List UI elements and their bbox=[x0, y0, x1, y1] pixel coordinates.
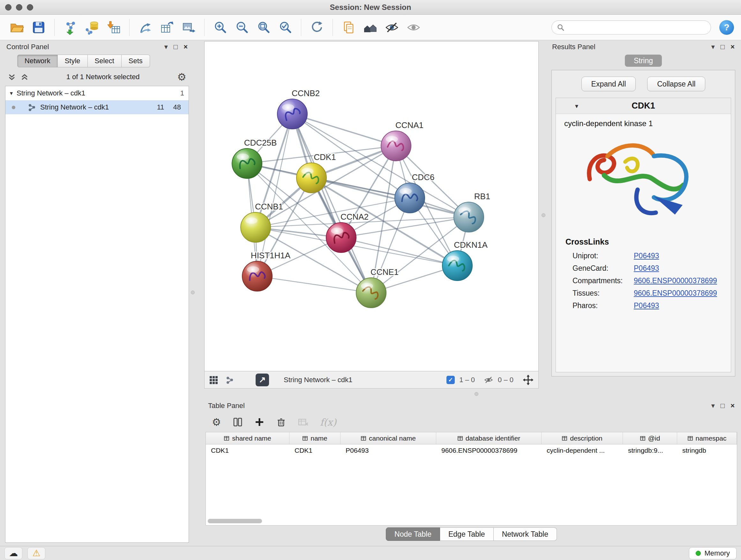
add-column-icon[interactable] bbox=[254, 417, 265, 427]
table-row[interactable]: CDK1 CDK1 P06493 9606.ENSP00000378699 cy… bbox=[206, 444, 737, 456]
toolbar-separator bbox=[301, 19, 301, 36]
network-canvas[interactable]: CCNB2CCNA1CDC25BCDK1CDC6RB1CCNB1CCNA2CDK… bbox=[204, 41, 539, 371]
tab-style[interactable]: Style bbox=[58, 55, 88, 67]
edge-CCNB2-CCNA1[interactable] bbox=[292, 114, 396, 146]
horizontal-scrollbar-thumb[interactable] bbox=[208, 519, 262, 523]
node-gloss bbox=[459, 207, 471, 213]
float-panel-icon[interactable]: ▾ bbox=[711, 44, 715, 51]
search-box[interactable] bbox=[551, 20, 711, 35]
splitter-handle[interactable] bbox=[542, 213, 545, 217]
table-settings-gear-icon[interactable]: ⚙ bbox=[212, 417, 221, 427]
node-label-CCNE1: CCNE1 bbox=[370, 267, 399, 277]
pan-move-icon[interactable] bbox=[522, 374, 534, 386]
collapse-all-icon[interactable] bbox=[8, 73, 16, 81]
import-network-file-button[interactable] bbox=[60, 17, 80, 37]
node-gloss bbox=[246, 217, 258, 224]
edge-CCNB2-CCNE1[interactable] bbox=[292, 114, 371, 293]
refresh-button[interactable] bbox=[307, 17, 327, 37]
protein-description: cyclin-dependent kinase 1 bbox=[556, 114, 731, 128]
expand-all-icon[interactable] bbox=[20, 73, 29, 81]
window-close-button[interactable] bbox=[5, 4, 11, 10]
tab-edge-table[interactable]: Edge Table bbox=[440, 527, 494, 541]
delete-trash-icon[interactable] bbox=[276, 417, 286, 427]
save-session-button[interactable] bbox=[29, 17, 49, 37]
warnings-button[interactable]: ⚠ bbox=[27, 547, 45, 559]
crosslink-link[interactable]: P06493 bbox=[634, 264, 659, 273]
network-row[interactable]: String Network – cdk1 11 48 bbox=[5, 100, 189, 114]
expand-all-button[interactable]: Expand All bbox=[582, 77, 636, 91]
network-collection-row[interactable]: ▾ String Network – cdk1 1 bbox=[5, 86, 189, 100]
float-panel-icon[interactable]: ▾ bbox=[711, 402, 715, 409]
cell-description: cyclin-dependent ... bbox=[542, 444, 623, 456]
edge-CDC6-CCNE1[interactable] bbox=[371, 198, 410, 293]
float-panel-icon[interactable]: ▾ bbox=[164, 44, 168, 51]
zoom-selected-button[interactable] bbox=[275, 17, 295, 37]
window-minimize-button[interactable] bbox=[16, 4, 22, 10]
protein-name: CDK1 bbox=[631, 101, 655, 111]
close-panel-icon[interactable]: × bbox=[731, 44, 735, 51]
crosslink-link[interactable]: P06493 bbox=[634, 301, 659, 310]
tab-sets[interactable]: Sets bbox=[122, 55, 150, 67]
table-arrow-icon bbox=[159, 20, 174, 35]
tab-select[interactable]: Select bbox=[88, 55, 122, 67]
column-header[interactable]: database identifier bbox=[436, 432, 542, 444]
export-image-button[interactable] bbox=[179, 17, 199, 37]
column-header[interactable]: @id bbox=[623, 432, 677, 444]
import-table-button[interactable] bbox=[104, 17, 124, 37]
node-CCNB1[interactable] bbox=[241, 212, 271, 242]
maximize-panel-icon[interactable]: □ bbox=[721, 402, 725, 409]
zoom-out-button[interactable] bbox=[232, 17, 252, 37]
home-button[interactable] bbox=[360, 17, 380, 37]
zoom-fit-button[interactable] bbox=[254, 17, 273, 37]
cloud-button[interactable]: ☁ bbox=[4, 547, 22, 559]
column-header[interactable]: canonical name bbox=[340, 432, 436, 444]
crosslink-link[interactable]: 9606.ENSP00000378699 bbox=[634, 289, 717, 298]
crosslink-link[interactable]: P06493 bbox=[634, 252, 659, 260]
string-tab[interactable]: String bbox=[625, 55, 662, 67]
collapse-section-icon[interactable]: ▾ bbox=[575, 102, 578, 110]
birdseye-view-button[interactable]: ↗ bbox=[256, 374, 269, 386]
hide-elements-button[interactable] bbox=[382, 17, 402, 37]
window-zoom-button[interactable] bbox=[27, 4, 33, 10]
import-network-database-button[interactable] bbox=[82, 17, 102, 37]
memory-button[interactable]: Memory bbox=[689, 547, 737, 559]
close-panel-icon[interactable]: × bbox=[731, 402, 735, 409]
network-table-export-button[interactable] bbox=[157, 17, 177, 37]
maximize-panel-icon[interactable]: □ bbox=[174, 44, 178, 51]
tab-network[interactable]: Network bbox=[17, 55, 58, 67]
import-table-icon bbox=[106, 20, 121, 35]
close-panel-icon[interactable]: × bbox=[184, 44, 188, 51]
edge-CCNA2-CDKN1A[interactable] bbox=[341, 238, 457, 266]
splitter-handle[interactable] bbox=[191, 291, 195, 294]
search-input[interactable] bbox=[568, 23, 705, 32]
maximize-panel-icon[interactable]: □ bbox=[721, 44, 725, 51]
new-network-from-selection-button[interactable] bbox=[135, 17, 155, 37]
hidden-eye-slash-icon[interactable] bbox=[484, 375, 493, 385]
open-session-button[interactable] bbox=[7, 17, 27, 37]
network-overview-icon[interactable] bbox=[225, 375, 234, 385]
column-header[interactable]: name bbox=[289, 432, 340, 444]
gear-icon[interactable]: ⚙ bbox=[177, 72, 186, 82]
show-elements-button[interactable] bbox=[404, 17, 423, 37]
column-header[interactable]: description bbox=[542, 432, 623, 444]
column-header[interactable]: namespac bbox=[677, 432, 737, 444]
warning-icon: ⚠ bbox=[32, 549, 40, 558]
splitter-handle[interactable] bbox=[475, 392, 478, 396]
tab-network-table[interactable]: Network Table bbox=[494, 527, 557, 541]
collapse-all-button[interactable]: Collapse All bbox=[647, 77, 705, 91]
results-panel: Results Panel ▾ □ × String Expand All Co… bbox=[548, 41, 738, 395]
columns-icon[interactable] bbox=[232, 417, 243, 427]
grid-icon[interactable] bbox=[209, 375, 219, 385]
table-tabs: Node Table Edge Table Network Table bbox=[204, 525, 738, 543]
column-header[interactable]: shared name bbox=[206, 432, 289, 444]
crosslink-link[interactable]: 9606.ENSP00000378699 bbox=[634, 276, 717, 285]
tab-node-table[interactable]: Node Table bbox=[386, 527, 440, 541]
tree-expand-icon[interactable]: ▾ bbox=[10, 90, 13, 97]
help-button[interactable]: ? bbox=[719, 20, 734, 35]
copy-document-button[interactable] bbox=[339, 17, 358, 37]
crosslink-row: Tissues: 9606.ENSP00000378699 bbox=[556, 287, 731, 300]
protein-header[interactable]: ▾ CDK1 bbox=[556, 98, 731, 114]
edge-HIST1H1A-CCNE1[interactable] bbox=[257, 276, 371, 293]
zoom-in-button[interactable] bbox=[210, 17, 230, 37]
selected-checkbox[interactable]: ✓ bbox=[447, 376, 455, 384]
